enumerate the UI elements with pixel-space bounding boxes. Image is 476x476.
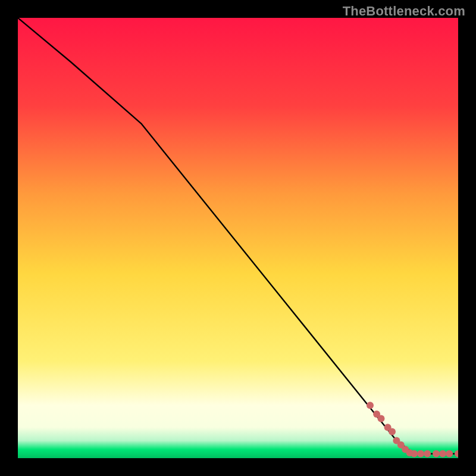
marker-point <box>424 450 431 458</box>
marker-point <box>433 450 440 458</box>
watermark-text: TheBottleneck.com <box>343 4 465 19</box>
plot-area <box>18 18 458 458</box>
marker-point <box>417 450 424 458</box>
chart-stage: TheBottleneck.com <box>0 0 476 476</box>
marker-point <box>439 450 446 458</box>
marker-point <box>411 450 418 458</box>
marker-point <box>389 428 396 436</box>
marker-point <box>378 415 385 422</box>
marker-point <box>446 450 453 458</box>
chart-svg <box>18 18 458 458</box>
gradient-background <box>18 18 458 458</box>
marker-point <box>367 402 374 409</box>
